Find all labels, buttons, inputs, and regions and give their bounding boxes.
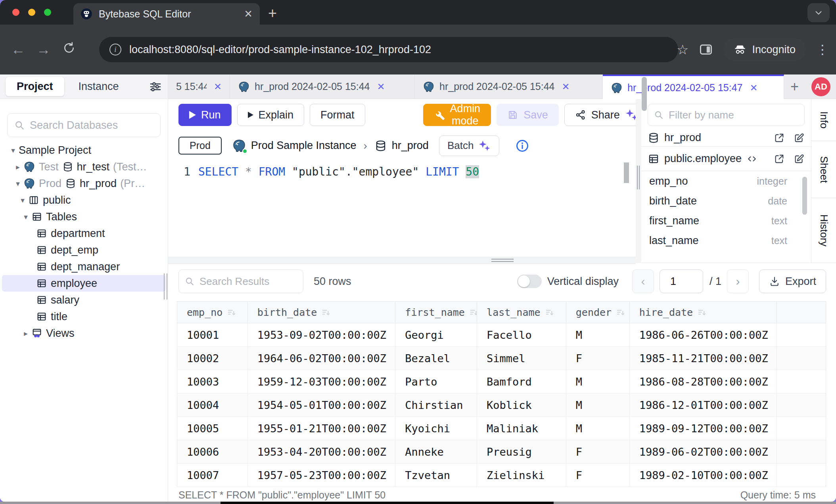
- editor-scrollbar[interactable]: [624, 162, 629, 183]
- avatar[interactable]: AD: [811, 77, 830, 96]
- side-tab-info[interactable]: Info: [811, 99, 836, 141]
- column-header[interactable]: first_name: [395, 302, 477, 323]
- tab-instance[interactable]: Instance: [67, 77, 130, 96]
- side-tab-sheet[interactable]: Sheet: [811, 141, 836, 198]
- schema-column-row[interactable]: first_nametext: [641, 211, 811, 231]
- export-button[interactable]: Export: [759, 269, 826, 293]
- forward-button[interactable]: →: [31, 41, 56, 58]
- schema-filter[interactable]: [648, 104, 805, 126]
- column-header[interactable]: emp_no: [177, 302, 248, 323]
- caret-right-icon[interactable]: ▸: [12, 162, 23, 172]
- worksheet-tab[interactable]: 5 15:44✕: [168, 74, 230, 99]
- new-worksheet-button[interactable]: +: [784, 74, 805, 99]
- page-input[interactable]: [660, 269, 703, 293]
- run-button[interactable]: Run: [178, 104, 232, 126]
- tree-item[interactable]: ▸Testhr_test(Test…: [2, 158, 166, 175]
- worksheet-tab[interactable]: hr_prod 2024-02-05 15:47✕: [603, 74, 784, 99]
- format-button[interactable]: Format: [310, 104, 365, 126]
- sidebar-resize-handle[interactable]: [164, 273, 167, 300]
- new-tab-button[interactable]: +: [268, 4, 277, 22]
- table-row[interactable]: 100011953-09-02T00:00:00ZGeorgiFacelloM1…: [177, 323, 826, 347]
- caret-down-icon[interactable]: ▾: [17, 196, 28, 205]
- back-button[interactable]: ←: [6, 41, 31, 58]
- column-list-scrollbar[interactable]: [802, 177, 807, 215]
- tree-item[interactable]: ▾Sample Project: [2, 142, 166, 158]
- column-header[interactable]: hire_date: [630, 302, 777, 323]
- reload-button[interactable]: [56, 41, 82, 58]
- database-search[interactable]: [7, 113, 161, 137]
- edit-icon[interactable]: [794, 132, 805, 143]
- schema-database-row[interactable]: hr_prod: [641, 129, 811, 147]
- save-button[interactable]: Save: [497, 104, 559, 126]
- table-row[interactable]: 100031959-12-03T00:00:00ZPartoBamfordM19…: [177, 370, 826, 393]
- prev-page-button[interactable]: ‹: [632, 269, 654, 293]
- tree-item[interactable]: dept_manager: [2, 258, 166, 275]
- schema-column-row[interactable]: emp_nointeger: [641, 171, 811, 191]
- browser-menu-icon[interactable]: ⋮: [816, 42, 829, 57]
- table-row[interactable]: 100051955-01-21T00:00:00ZKyoichiMaliniak…: [177, 417, 826, 440]
- caret-down-icon[interactable]: ▾: [20, 212, 31, 221]
- close-tab-icon[interactable]: ✕: [562, 81, 570, 92]
- edit-icon[interactable]: [794, 153, 805, 164]
- worksheet-tab[interactable]: hr_prod 2024-02-05 15:44✕: [415, 74, 603, 99]
- side-tab-history[interactable]: History: [811, 198, 836, 263]
- tree-item[interactable]: title: [2, 308, 166, 325]
- info-circle-icon[interactable]: [515, 139, 529, 153]
- results-scrollbar[interactable]: [642, 77, 647, 111]
- external-link-icon[interactable]: [774, 132, 785, 143]
- schema-filter-input[interactable]: [669, 109, 799, 121]
- worksheet-tab[interactable]: hr_prod 2024-02-05 15:44✕: [230, 74, 415, 99]
- next-page-button[interactable]: ›: [727, 269, 749, 293]
- table-row[interactable]: 100041954-05-01T00:00:00ZChirstianKoblic…: [177, 393, 826, 417]
- caret-down-icon[interactable]: ▾: [12, 179, 23, 188]
- panel-divider[interactable]: [636, 99, 641, 263]
- table-row[interactable]: 100021964-06-02T00:00:00ZBezalelSimmelF1…: [177, 347, 826, 370]
- tree-item[interactable]: ▾Tables: [2, 208, 166, 225]
- tree-item[interactable]: ▸Views: [2, 325, 166, 342]
- zoom-window-button[interactable]: [44, 9, 51, 16]
- environment-chip[interactable]: Prod: [178, 137, 222, 155]
- tree-item[interactable]: department: [2, 225, 166, 242]
- tree-item[interactable]: ▾Prodhr_prod(Pr…: [2, 175, 166, 192]
- tab-search-button[interactable]: [807, 3, 830, 22]
- filter-settings-icon[interactable]: [149, 80, 162, 94]
- tree-item[interactable]: dept_emp: [2, 242, 166, 258]
- bookmark-star-icon[interactable]: ☆: [677, 42, 688, 57]
- side-panel-icon[interactable]: [699, 42, 713, 57]
- tab-project[interactable]: Project: [6, 77, 64, 96]
- tree-item[interactable]: employee: [2, 275, 166, 292]
- vertical-display-toggle[interactable]: [517, 275, 542, 288]
- table-row[interactable]: 100071957-05-23T00:00:00ZTzvetanZielinsk…: [177, 464, 826, 487]
- minimize-window-button[interactable]: [28, 9, 35, 16]
- database-name[interactable]: hr_prod: [392, 139, 429, 152]
- sql-editor[interactable]: 1 SELECT * FROM "public"."employee" LIMI…: [168, 160, 636, 257]
- column-header[interactable]: birth_date: [248, 302, 396, 323]
- table-row[interactable]: 100061953-04-20T00:00:00ZAnnekePreusigF1…: [177, 440, 826, 464]
- schema-column-row[interactable]: last_nametext: [641, 231, 811, 250]
- instance-name[interactable]: Prod Sample Instance: [251, 139, 357, 152]
- close-tab-icon[interactable]: ✕: [214, 81, 222, 92]
- code-icon[interactable]: [746, 153, 757, 164]
- browser-tab[interactable]: Bytebase SQL Editor ✕: [73, 3, 260, 25]
- results-search-input[interactable]: [199, 275, 297, 288]
- caret-down-icon[interactable]: ▾: [8, 146, 19, 155]
- close-tab-icon[interactable]: ✕: [244, 8, 253, 20]
- close-tab-icon[interactable]: ✕: [377, 81, 385, 92]
- tree-item[interactable]: ▾public: [2, 192, 166, 208]
- explain-button[interactable]: Explain: [237, 104, 305, 126]
- schema-table-row[interactable]: public.employee: [641, 147, 811, 171]
- caret-right-icon[interactable]: ▸: [20, 329, 31, 338]
- site-info-icon[interactable]: i: [109, 44, 121, 55]
- close-window-button[interactable]: [12, 9, 19, 16]
- column-header[interactable]: gender: [566, 302, 630, 323]
- external-link-icon[interactable]: [774, 153, 785, 164]
- schema-column-row[interactable]: birth_datedate: [641, 191, 811, 211]
- results-search[interactable]: [178, 269, 303, 293]
- database-search-input[interactable]: [30, 119, 154, 132]
- close-tab-icon[interactable]: ✕: [750, 82, 758, 94]
- column-header[interactable]: last_name: [477, 302, 566, 323]
- url-bar[interactable]: i localhost:8080/sql-editor/prod-sample-…: [99, 37, 678, 62]
- admin-mode-button[interactable]: Admin mode: [423, 104, 491, 126]
- batch-button[interactable]: Batch: [439, 136, 500, 156]
- results-resize-handle[interactable]: [168, 257, 636, 264]
